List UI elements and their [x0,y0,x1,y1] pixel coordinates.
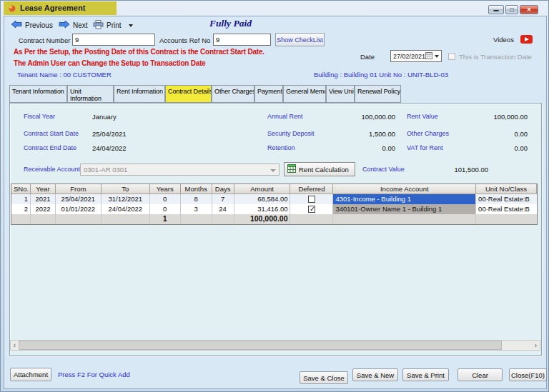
lease-agreement-window: Lease Agreement ▬ ▢ ✕ Previous Next Prin… [0,0,549,392]
horizontal-scrollbar[interactable]: ‹ › [10,340,540,351]
receivable-account-select[interactable]: 0301-AR 0301 [80,164,280,176]
col-from: From [56,184,102,194]
col-years: Years [150,184,181,194]
status-fully-paid: Fully Paid [209,18,252,29]
date-input[interactable]: 27/02/2021 [390,50,442,62]
contract-value-label: Contract Value [362,166,405,173]
accounts-ref-input[interactable]: 9 [213,34,271,46]
tab-other-charges[interactable]: Other Charges [212,85,254,103]
deferred-checkbox[interactable] [308,206,315,213]
date-label: Date [360,53,375,61]
videos-label: Videos [493,36,514,44]
show-checklist-button[interactable]: Show CheckList [275,33,325,46]
warning-line-1: As Per the Setup, the Posting Date of th… [14,48,264,56]
minimize-button[interactable]: ▬ [488,5,504,14]
rent-value-label: Rent Value [407,113,438,120]
annual-rent-label: Annual Rent [267,113,303,120]
col-income-account: Income Account [333,184,476,194]
contract-details-panel [9,103,542,356]
window-title: Lease Agreement [20,4,85,12]
vat-value: 0.00 [447,144,528,152]
clear-button[interactable]: Clear [458,368,503,381]
col-year: Year [31,184,56,194]
tab-unit-information[interactable]: Unit Information [67,85,114,103]
previous-button[interactable]: Previous [11,20,53,30]
vat-label: VAT for Rent [407,144,443,151]
col-to: To [102,184,150,194]
date-dropdown-icon[interactable] [435,55,439,58]
tab-tenant-information[interactable]: Tenant Information [9,85,67,103]
retention-label: Retention [267,144,295,151]
fiscal-year-label: Fiscal Year [24,113,55,120]
next-icon [59,20,70,30]
total-amount: 100,000.00 [234,214,291,224]
save-print-button[interactable]: Save & Print [402,368,449,381]
col-days: Days [212,184,234,194]
security-deposit-value: 1,500.00 [315,130,395,138]
tab-payment[interactable]: Payment [254,85,283,103]
fiscal-year-value: January [92,113,117,121]
warning-line-2: The Admin User can Change the Setup to T… [14,59,206,67]
app-icon [7,4,17,15]
receivable-account-label: Receivable Account [24,166,80,173]
attachment-button[interactable]: Attachment [10,368,51,381]
close-f10-button[interactable]: Close(F10) [509,368,547,381]
contract-start-label: Contract Start Date [24,130,79,137]
close-button[interactable]: ✕ [520,5,538,14]
previous-icon [11,20,22,30]
transaction-date-label: This is Transaction Date [459,53,532,61]
print-button[interactable]: Print [93,20,133,31]
accounts-ref-label: Accounts Ref No [159,36,210,44]
tab-rent-information[interactable]: Rent Information [114,85,165,103]
contract-number-label: Contract Number [19,36,70,44]
deferred-checkbox[interactable] [308,196,315,203]
contract-end-value: 24/04/2022 [92,144,127,152]
scrollbar-thumb[interactable] [19,341,502,350]
print-dropdown-icon[interactable] [129,24,133,27]
other-charges-label: Other Charges [407,130,449,137]
total-years: 1 [150,214,181,224]
scroll-left-icon[interactable]: ‹ [11,341,19,350]
youtube-icon[interactable] [520,35,533,44]
income-account-cell[interactable]: 4301·Income - Building 1 [333,194,476,204]
calendar-icon[interactable] [425,52,432,61]
col-unit-no-class: Unit No/Class [476,184,537,194]
contract-value: 101,500.00 [415,166,488,174]
print-icon [93,20,104,31]
chevron-down-icon [270,169,276,172]
tenant-info: Tenant Name : 00 CUSTOMER [17,71,112,79]
rent-calc-icon [287,164,296,174]
contract-number-input[interactable]: 9 [72,34,155,46]
tab-renewal-policy[interactable]: Renewal Policy [355,85,401,103]
tab-contract-details[interactable]: Contract Details [165,85,212,103]
security-deposit-label: Security Deposit [267,130,315,137]
table-row[interactable]: 2 2022 01/01/2022 24/04/2022 0 3 24 31,4… [11,204,537,214]
col-amount: Amount [234,184,291,194]
tab-view-unit[interactable]: View Unit [326,85,355,103]
col-sno: SNo. [11,184,31,194]
save-new-button[interactable]: Save & New [352,368,398,381]
tab-general-memo[interactable]: General Memo [283,85,326,103]
table-total-row: 1 100,000.00 [11,214,537,224]
scroll-right-icon[interactable]: › [532,341,540,350]
quick-add-hint: Press F2 For Quick Add [58,371,130,378]
rent-value-value: 100,000.00 [447,113,528,121]
other-charges-value: 0.00 [447,130,528,138]
next-button[interactable]: Next [59,20,88,30]
contract-start-value: 25/04/2021 [92,130,127,138]
income-account-cell[interactable]: 340101·Owner Name 1 - Building 1 [333,204,476,214]
annual-rent-value: 100,000.00 [315,113,395,121]
rent-schedule-table: SNo. Year From To Years Months Days Amou… [11,184,538,225]
table-header-row: SNo. Year From To Years Months Days Amou… [11,184,537,194]
maximize-button[interactable]: ▢ [505,5,518,14]
save-close-button[interactable]: Save & Close [300,371,348,384]
table-row[interactable]: 1 2021 25/04/2021 31/12/2021 0 8 7 68,58… [11,194,537,204]
contract-end-label: Contract End Date [24,144,76,151]
col-months: Months [181,184,212,194]
col-deferred: Deferred [290,184,333,194]
retention-value: 0.00 [315,144,395,152]
building-info: Building : Building 01 Unit No : UNIT-BL… [314,71,448,79]
rent-calculation-button[interactable]: Rent Calculation [284,162,355,176]
transaction-date-checkbox[interactable] [448,53,455,60]
